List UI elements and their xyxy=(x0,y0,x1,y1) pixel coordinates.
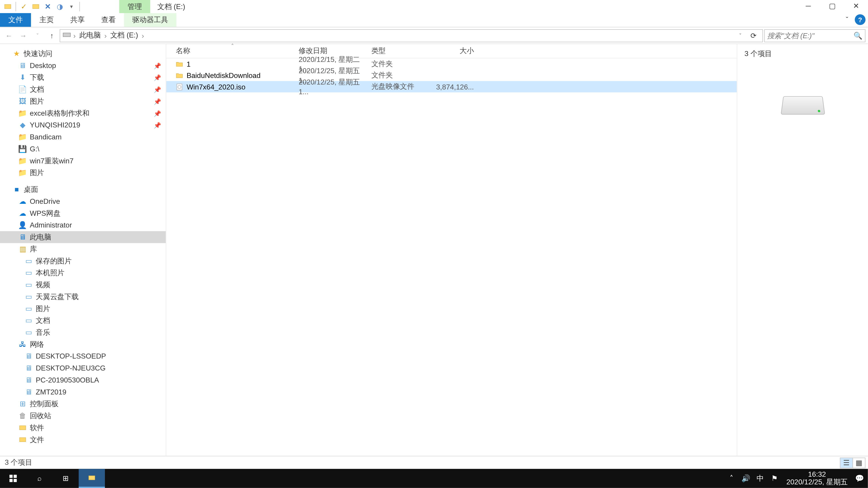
file-date: 2020/12/25, 星期五 1... xyxy=(299,77,371,96)
library-item-icon: ▭ xyxy=(24,328,33,337)
nav-files[interactable]: 文件 xyxy=(0,434,166,446)
task-view-button[interactable]: ⊞ xyxy=(53,469,79,488)
sidebar-item[interactable]: 🖥DESKTOP-NJEU3CG xyxy=(0,362,166,374)
search-box[interactable]: 🔍 xyxy=(764,29,866,42)
thumbnails-view-button[interactable]: ▦ xyxy=(852,457,866,468)
separator xyxy=(79,2,80,11)
folder-icon: 📁 xyxy=(18,156,27,166)
breadcrumb-current[interactable]: 文档 (E:) xyxy=(109,30,140,40)
column-header-date[interactable]: 修改日期 xyxy=(299,46,371,56)
file-row[interactable]: 1 2020/12/15, 星期二 1... 文件夹 xyxy=(166,58,737,70)
properties-icon[interactable]: ✓ xyxy=(19,1,29,12)
column-header-name[interactable]: ˄ 名称 xyxy=(166,46,299,56)
file-row[interactable]: Win7x64_2020.iso 2020/12/25, 星期五 1... 光盘… xyxy=(166,81,737,92)
column-header-type[interactable]: 类型 xyxy=(371,46,432,56)
nav-software[interactable]: 软件 xyxy=(0,422,166,434)
tab-home[interactable]: 主页 xyxy=(31,13,62,27)
search-icon[interactable]: 🔍 xyxy=(854,31,863,39)
search-input[interactable] xyxy=(767,31,863,39)
details-header: 3 个项目 xyxy=(745,49,772,59)
library-item-icon: ▭ xyxy=(24,292,33,301)
file-row[interactable]: BaiduNetdiskDownload 2020/12/25, 星期五 1..… xyxy=(166,70,737,81)
start-button[interactable] xyxy=(0,469,26,488)
close-button[interactable]: ✕ xyxy=(844,0,868,12)
sidebar-item[interactable]: ▭文档 xyxy=(0,315,166,326)
sidebar-item[interactable]: ▭视频 xyxy=(0,279,166,291)
sidebar-item[interactable]: ◆YUNQISHI2019📌 xyxy=(0,119,166,131)
nav-label: 图片 xyxy=(30,96,44,106)
breadcrumb-this-pc[interactable]: 此电脑 xyxy=(78,30,102,40)
sidebar-item[interactable]: ▭保存的图片 xyxy=(0,255,166,267)
sidebar-item[interactable]: 🖼图片📌 xyxy=(0,95,166,107)
minimize-button[interactable]: ─ xyxy=(796,0,820,12)
app-icon[interactable] xyxy=(2,1,13,12)
drive-icon xyxy=(63,30,71,40)
sidebar-item[interactable]: 📄文档📌 xyxy=(0,84,166,95)
sidebar-item[interactable]: 📁Bandicam xyxy=(0,131,166,143)
context-tab-manage[interactable]: 管理 xyxy=(119,0,150,13)
maximize-button[interactable]: ▢ xyxy=(820,0,844,12)
sidebar-item[interactable]: 🖥ZMT2019 xyxy=(0,386,166,398)
sidebar-item[interactable]: ⬇下载📌 xyxy=(0,71,166,84)
delete-icon[interactable]: ✕ xyxy=(42,1,53,12)
address-bar[interactable]: › 此电脑 › 文档 (E:) › ˇ ⟳ xyxy=(60,29,763,42)
addr-dropdown-icon[interactable]: ˇ xyxy=(734,29,747,42)
details-view-button[interactable]: ☰ xyxy=(840,457,853,468)
back-button[interactable]: ← xyxy=(2,29,16,42)
recent-dropdown-icon[interactable]: ˇ xyxy=(31,29,44,42)
nav-quick-access[interactable]: ★ 快速访问 xyxy=(0,48,166,60)
sidebar-item[interactable]: 📁win7重装win7 xyxy=(0,155,166,167)
column-header-size[interactable]: 大小 xyxy=(432,46,474,56)
search-button[interactable]: ⌕ xyxy=(26,469,53,488)
chevron-right-icon[interactable]: › xyxy=(72,31,77,39)
ime-icon[interactable]: 中 xyxy=(754,469,766,488)
nav-desktop[interactable]: ■ 桌面 xyxy=(0,184,166,195)
sidebar-item[interactable]: 🖥PC-20190530OBLA xyxy=(0,374,166,386)
cloud-icon: ☁ xyxy=(18,208,27,218)
nav-control-panel[interactable]: ⊞ 控制面板 xyxy=(0,398,166,410)
rename-icon[interactable]: ◑ xyxy=(54,1,65,12)
sidebar-item[interactable]: 🖥Desktop📌 xyxy=(0,60,166,72)
up-button[interactable]: ↑ xyxy=(45,29,58,42)
tab-drive-tools[interactable]: 驱动器工具 xyxy=(124,13,176,27)
nav-wps[interactable]: ☁ WPS网盘 xyxy=(0,207,166,219)
sidebar-item[interactable]: 🖥DESKTOP-LSSOEDP xyxy=(0,350,166,362)
tray-overflow-icon[interactable]: ˄ xyxy=(725,469,738,488)
sidebar-item[interactable]: ▭天翼云盘下载 xyxy=(0,291,166,303)
star-icon: ★ xyxy=(12,49,22,58)
sidebar-item[interactable]: 💾G:\ xyxy=(0,143,166,155)
sidebar-item[interactable]: 📁图片 xyxy=(0,167,166,179)
forward-button[interactable]: → xyxy=(17,29,30,42)
nav-label: Bandicam xyxy=(30,133,62,141)
nav-libraries[interactable]: ▥ 库 xyxy=(0,243,166,255)
qat-dropdown-icon[interactable]: ▾ xyxy=(66,1,77,12)
nav-this-pc[interactable]: 🖥 此电脑 xyxy=(0,231,166,243)
nav-label: 文件 xyxy=(30,435,44,445)
sidebar-item[interactable]: ▭音乐 xyxy=(0,326,166,338)
nav-network[interactable]: 🖧 网络 xyxy=(0,338,166,350)
new-folder-icon[interactable] xyxy=(30,1,41,12)
file-explorer-taskbar[interactable] xyxy=(79,469,105,488)
folder-icon: 💾 xyxy=(18,144,27,154)
refresh-button[interactable]: ⟳ xyxy=(747,29,760,42)
tab-file[interactable]: 文件 xyxy=(0,13,31,27)
volume-icon[interactable]: 🔊 xyxy=(740,469,752,488)
chevron-right-icon[interactable]: › xyxy=(103,31,108,39)
nav-onedrive[interactable]: ☁ OneDrive xyxy=(0,195,166,207)
tab-share[interactable]: 共享 xyxy=(62,13,93,27)
action-center-icon[interactable]: 💬 xyxy=(854,469,866,488)
tab-view[interactable]: 查看 xyxy=(93,13,124,27)
sidebar-item[interactable]: ▭图片 xyxy=(0,303,166,315)
sidebar-item[interactable]: 📁excel表格制作求和📌 xyxy=(0,107,166,119)
svg-rect-8 xyxy=(13,475,17,478)
sidebar-item[interactable]: ▭本机照片 xyxy=(0,267,166,279)
help-icon[interactable]: ? xyxy=(855,14,865,25)
nav-user[interactable]: 👤 Administrator xyxy=(0,219,166,231)
file-list[interactable]: ˄ 名称 修改日期 类型 大小 1 2020/12/15, 星期二 1... 文… xyxy=(166,44,737,456)
folder-icon xyxy=(175,71,184,79)
ribbon-expand-icon[interactable]: ˇ xyxy=(842,14,852,25)
security-icon[interactable]: ⚑ xyxy=(769,469,780,488)
clock[interactable]: 16:32 2020/12/25, 星期五 xyxy=(783,470,851,486)
nav-recycle-bin[interactable]: 🗑 回收站 xyxy=(0,410,166,422)
chevron-right-icon[interactable]: › xyxy=(141,31,145,39)
